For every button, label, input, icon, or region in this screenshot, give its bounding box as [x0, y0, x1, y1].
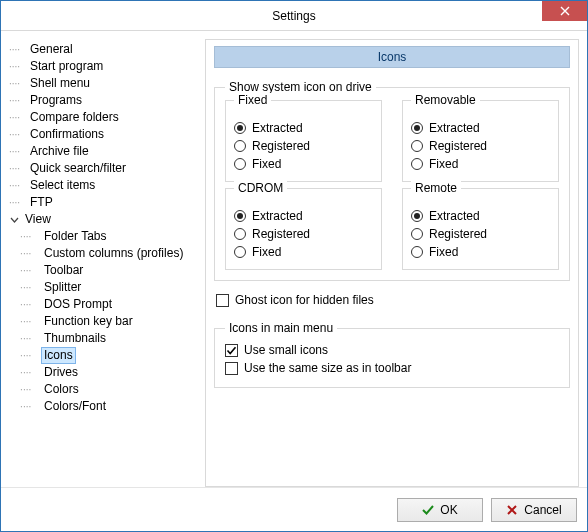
settings-tree[interactable]: ····General····Start program····Shell me…: [9, 39, 199, 487]
tree-item[interactable]: ····Folder Tabs: [9, 228, 199, 245]
tree-item-label: Splitter: [41, 279, 84, 296]
tree-item[interactable]: View: [9, 211, 199, 228]
tree-item-label: Icons: [41, 347, 76, 364]
radio-option[interactable]: Fixed: [234, 243, 373, 261]
drive-subgroup: RemoteExtractedRegisteredFixed: [402, 188, 559, 270]
radio-icon: [234, 228, 246, 240]
tree-item[interactable]: ····Start program: [9, 58, 199, 75]
tree-guide-icon: ····: [9, 398, 41, 415]
tree-item-label: Start program: [27, 58, 106, 75]
tree-item-label: FTP: [27, 194, 56, 211]
panel-title: Icons: [214, 46, 570, 68]
radio-option[interactable]: Extracted: [411, 207, 550, 225]
tree-item[interactable]: ····Select items: [9, 177, 199, 194]
window-title: Settings: [272, 9, 315, 23]
radio-label: Registered: [252, 227, 310, 241]
tree-item[interactable]: ····Colors: [9, 381, 199, 398]
tree-item-label: DOS Prompt: [41, 296, 115, 313]
tree-guide-icon: ····: [9, 143, 27, 160]
radio-icon: [411, 122, 423, 134]
tree-guide-icon: ····: [9, 296, 41, 313]
radio-icon: [234, 210, 246, 222]
radio-label: Extracted: [429, 121, 480, 135]
drive-subgroup-title: Removable: [411, 93, 480, 107]
tree-guide-icon: ····: [9, 228, 41, 245]
drive-subgroup: RemovableExtractedRegisteredFixed: [402, 100, 559, 182]
radio-label: Fixed: [252, 157, 281, 171]
tree-guide-icon: ····: [9, 262, 41, 279]
tree-item[interactable]: ····Compare folders: [9, 109, 199, 126]
radio-label: Registered: [429, 227, 487, 241]
small-icons-label: Use small icons: [244, 343, 328, 357]
radio-option[interactable]: Extracted: [234, 207, 373, 225]
radio-option[interactable]: Fixed: [234, 155, 373, 173]
tree-guide-icon: ····: [9, 279, 41, 296]
radio-option[interactable]: Registered: [411, 137, 550, 155]
tree-item[interactable]: ····Toolbar: [9, 262, 199, 279]
radio-label: Registered: [252, 139, 310, 153]
menu-icons-group: Icons in main menu Use small icons Use t…: [214, 321, 570, 388]
tree-item-label: Function key bar: [41, 313, 136, 330]
cancel-label: Cancel: [524, 503, 561, 517]
tree-item[interactable]: ····Shell menu: [9, 75, 199, 92]
tree-guide-icon: ····: [9, 313, 41, 330]
tree-guide-icon: ····: [9, 92, 27, 109]
tree-guide-icon: ····: [9, 109, 27, 126]
tree-item[interactable]: ····FTP: [9, 194, 199, 211]
chevron-down-icon[interactable]: [9, 214, 20, 225]
radio-label: Extracted: [252, 121, 303, 135]
drive-icons-legend: Show system icon on drive: [225, 80, 376, 94]
settings-panel: Icons Show system icon on drive FixedExt…: [205, 39, 579, 487]
tree-item[interactable]: ····Custom columns (profiles): [9, 245, 199, 262]
radio-icon: [234, 246, 246, 258]
checkbox-icon: [216, 294, 229, 307]
tree-item[interactable]: ····Quick search/filter: [9, 160, 199, 177]
cancel-button[interactable]: Cancel: [491, 498, 577, 522]
cancel-icon: [506, 504, 518, 516]
tree-item[interactable]: ····Archive file: [9, 143, 199, 160]
ghost-icon-checkbox[interactable]: Ghost icon for hidden files: [216, 291, 570, 309]
radio-option[interactable]: Registered: [234, 225, 373, 243]
drive-icons-group: Show system icon on drive FixedExtracted…: [214, 80, 570, 281]
tree-item[interactable]: ····Splitter: [9, 279, 199, 296]
tree-item[interactable]: ····Drives: [9, 364, 199, 381]
tree-item[interactable]: ····Programs: [9, 92, 199, 109]
radio-icon: [234, 122, 246, 134]
tree-item-label: Archive file: [27, 143, 92, 160]
tree-item[interactable]: ····Confirmations: [9, 126, 199, 143]
tree-guide-icon: ····: [9, 126, 27, 143]
menu-icons-legend: Icons in main menu: [225, 321, 337, 335]
radio-icon: [234, 158, 246, 170]
tree-item-label: Custom columns (profiles): [41, 245, 186, 262]
tree-item[interactable]: ····Icons: [9, 347, 199, 364]
tree-item[interactable]: ····General: [9, 41, 199, 58]
radio-label: Fixed: [252, 245, 281, 259]
radio-option[interactable]: Registered: [411, 225, 550, 243]
close-button[interactable]: [542, 1, 587, 21]
check-icon: [422, 504, 434, 516]
radio-label: Fixed: [429, 157, 458, 171]
checkbox-icon: [225, 362, 238, 375]
radio-option[interactable]: Extracted: [234, 119, 373, 137]
radio-option[interactable]: Fixed: [411, 155, 550, 173]
same-size-label: Use the same size as in toolbar: [244, 361, 411, 375]
tree-item[interactable]: ····DOS Prompt: [9, 296, 199, 313]
radio-icon: [411, 246, 423, 258]
radio-option[interactable]: Extracted: [411, 119, 550, 137]
same-size-checkbox[interactable]: Use the same size as in toolbar: [225, 359, 559, 377]
small-icons-checkbox[interactable]: Use small icons: [225, 341, 559, 359]
radio-icon: [234, 140, 246, 152]
radio-label: Registered: [429, 139, 487, 153]
close-icon: [560, 6, 570, 16]
radio-icon: [411, 140, 423, 152]
tree-item[interactable]: ····Colors/Font: [9, 398, 199, 415]
ok-button[interactable]: OK: [397, 498, 483, 522]
radio-option[interactable]: Fixed: [411, 243, 550, 261]
tree-item[interactable]: ····Function key bar: [9, 313, 199, 330]
radio-option[interactable]: Registered: [234, 137, 373, 155]
tree-item-label: Programs: [27, 92, 85, 109]
tree-item-label: Select items: [27, 177, 98, 194]
radio-label: Extracted: [252, 209, 303, 223]
radio-icon: [411, 228, 423, 240]
tree-item[interactable]: ····Thumbnails: [9, 330, 199, 347]
